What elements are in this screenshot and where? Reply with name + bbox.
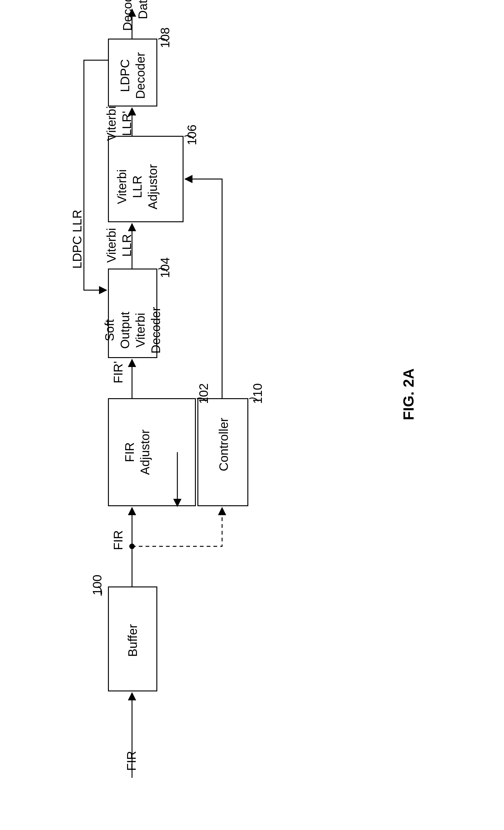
page: Buffer FIR Adjustor Soft Output Viterbi … [0,0,504,830]
connectors [0,0,504,830]
